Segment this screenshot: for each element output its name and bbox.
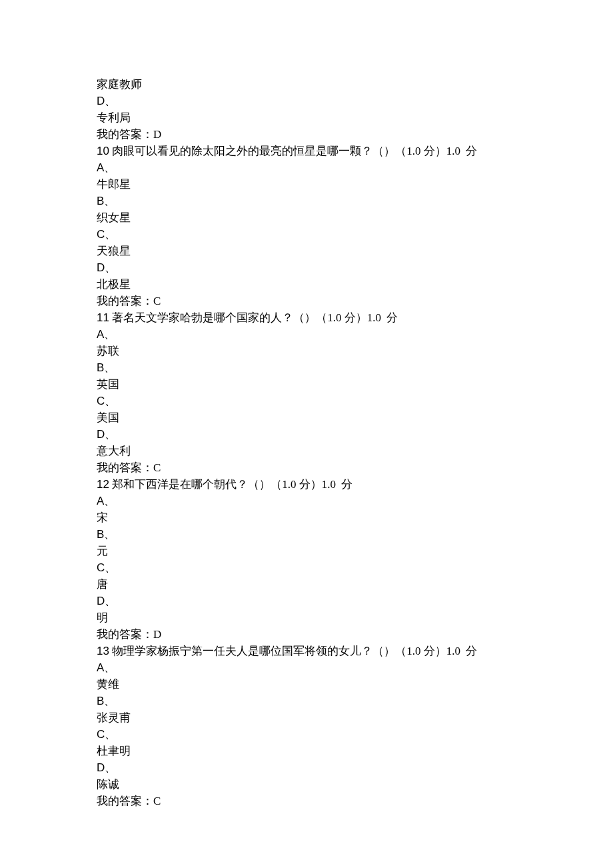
- option-marker-c: C、: [97, 393, 550, 409]
- option-text: 苏联: [97, 343, 550, 359]
- question-text: 物理学家杨振宁第一任夫人是哪位国军将领的女儿？（）（1.0 分）1.0 分: [109, 645, 478, 657]
- option-marker-d: D、: [97, 93, 550, 109]
- option-text: 黄维: [97, 676, 550, 693]
- question-text: 郑和下西洋是在哪个朝代？（）（1.0 分）1.0 分: [109, 478, 353, 491]
- document-page: 家庭教师 D、 专利局 我的答案：D 10 肉眼可以看见的除太阳之外的最亮的恒星…: [0, 0, 550, 809]
- question-stem: 10 肉眼可以看见的除太阳之外的最亮的恒星是哪一颗？（）（1.0 分）1.0 分: [97, 143, 550, 159]
- option-text: 专利局: [97, 109, 550, 126]
- option-text: 天狼星: [97, 243, 550, 259]
- question-number: 11: [97, 311, 109, 324]
- answer-line: 我的答案：D: [97, 626, 550, 643]
- option-text: 宋: [97, 509, 550, 526]
- option-marker-b: B、: [97, 359, 550, 376]
- question-number: 13: [97, 645, 109, 657]
- option-marker-a: A、: [97, 493, 550, 509]
- option-marker-a: A、: [97, 326, 550, 343]
- answer-line: 我的答案：C: [97, 793, 550, 809]
- answer-line: 我的答案：C: [97, 459, 550, 476]
- question-text: 著名天文学家哈勃是哪个国家的人？（）（1.0 分）1.0 分: [109, 311, 398, 324]
- question-stem: 11 著名天文学家哈勃是哪个国家的人？（）（1.0 分）1.0 分: [97, 309, 550, 326]
- option-text: 意大利: [97, 443, 550, 459]
- option-marker-d: D、: [97, 426, 550, 443]
- option-marker-a: A、: [97, 659, 550, 676]
- answer-line: 我的答案：C: [97, 293, 550, 309]
- question-number: 10: [97, 145, 109, 157]
- question-stem: 12 郑和下西洋是在哪个朝代？（）（1.0 分）1.0 分: [97, 476, 550, 493]
- option-marker-b: B、: [97, 693, 550, 709]
- option-marker-d: D、: [97, 259, 550, 276]
- option-marker-b: B、: [97, 193, 550, 209]
- option-text: 英国: [97, 376, 550, 393]
- option-text: 织女星: [97, 209, 550, 226]
- option-text: 明: [97, 609, 550, 626]
- option-marker-c: C、: [97, 559, 550, 576]
- option-text: 家庭教师: [97, 76, 550, 93]
- question-text: 肉眼可以看见的除太阳之外的最亮的恒星是哪一颗？（）（1.0 分）1.0 分: [109, 145, 478, 157]
- option-marker-c: C、: [97, 726, 550, 743]
- answer-line: 我的答案：D: [97, 126, 550, 143]
- option-text: 陈诚: [97, 776, 550, 793]
- option-text: 元: [97, 543, 550, 559]
- option-text: 唐: [97, 576, 550, 593]
- question-stem: 13 物理学家杨振宁第一任夫人是哪位国军将领的女儿？（）（1.0 分）1.0 分: [97, 643, 550, 659]
- option-text: 张灵甫: [97, 709, 550, 726]
- option-text: 杜聿明: [97, 743, 550, 759]
- option-text: 牛郎星: [97, 176, 550, 193]
- option-marker-d: D、: [97, 759, 550, 776]
- option-text: 美国: [97, 409, 550, 426]
- option-marker-a: A、: [97, 159, 550, 176]
- option-marker-b: B、: [97, 526, 550, 543]
- question-number: 12: [97, 478, 109, 491]
- option-marker-d: D、: [97, 593, 550, 609]
- option-marker-c: C、: [97, 226, 550, 243]
- option-text: 北极星: [97, 276, 550, 293]
